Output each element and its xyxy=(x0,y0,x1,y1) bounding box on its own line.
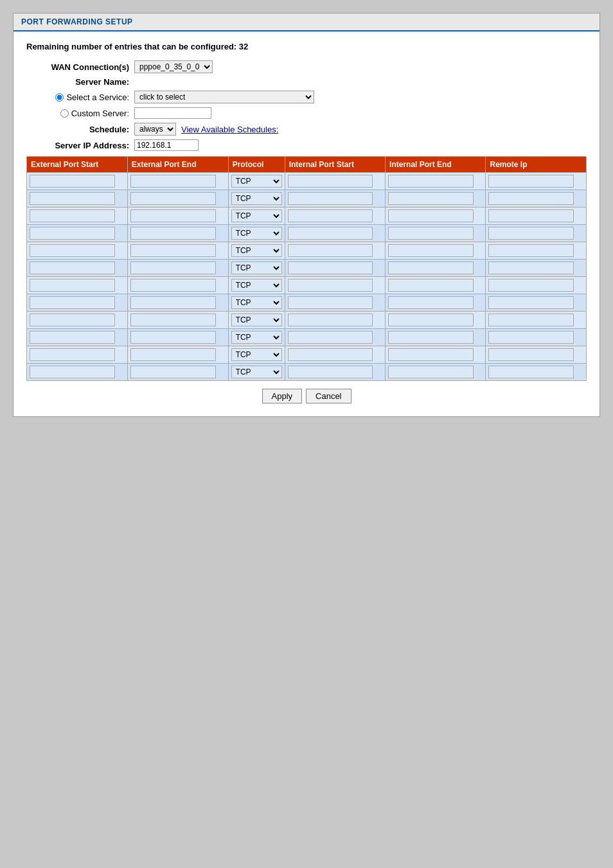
remote-ip-input[interactable] xyxy=(488,331,574,344)
custom-server-row: Custom Server: xyxy=(26,107,587,119)
external-port-start-input[interactable] xyxy=(30,279,115,292)
schedule-label: Schedule: xyxy=(26,125,129,134)
remote-ip-cell xyxy=(486,208,587,225)
apply-button[interactable]: Apply xyxy=(262,389,303,403)
internal-port-start-input[interactable] xyxy=(288,279,373,292)
protocol-cell: TCPUDPTCP/UDP xyxy=(228,294,285,312)
remote-ip-input[interactable] xyxy=(488,296,574,309)
internal-port-start-input[interactable] xyxy=(288,244,373,257)
remote-ip-input[interactable] xyxy=(488,209,574,222)
external-port-end-input[interactable] xyxy=(130,244,216,257)
custom-server-radio[interactable] xyxy=(60,109,69,118)
table-row: TCPUDPTCP/UDP xyxy=(27,294,587,312)
external-port-end-input[interactable] xyxy=(130,192,216,205)
internal-port-end-input[interactable] xyxy=(388,366,474,378)
external-port-end-input[interactable] xyxy=(130,209,216,222)
protocol-select[interactable]: TCPUDPTCP/UDP xyxy=(231,227,282,240)
external-port-start-input[interactable] xyxy=(30,209,115,222)
remote-ip-input[interactable] xyxy=(488,366,574,378)
external-port-start-input[interactable] xyxy=(30,192,115,205)
internal-port-end-input[interactable] xyxy=(388,227,474,240)
protocol-select[interactable]: TCPUDPTCP/UDP xyxy=(231,261,282,274)
internal-port-end-input[interactable] xyxy=(388,192,474,205)
external-port-start-input[interactable] xyxy=(30,175,115,188)
internal-port-start-input[interactable] xyxy=(288,296,373,309)
protocol-select[interactable]: TCPUDPTCP/UDP xyxy=(231,279,282,292)
table-body: TCPUDPTCP/UDPTCPUDPTCP/UDPTCPUDPTCP/UDPT… xyxy=(27,173,587,381)
external-port-end-input[interactable] xyxy=(130,279,216,292)
protocol-select[interactable]: TCPUDPTCP/UDP xyxy=(231,209,282,222)
external-port-end-input[interactable] xyxy=(130,348,216,361)
internal-port-end-input[interactable] xyxy=(388,296,474,309)
protocol-cell: TCPUDPTCP/UDP xyxy=(228,173,285,190)
external-port-end-input[interactable] xyxy=(130,175,216,188)
protocol-select[interactable]: TCPUDPTCP/UDP xyxy=(231,175,282,188)
external-port-end-cell xyxy=(127,364,228,381)
internal-port-start-cell xyxy=(285,190,385,208)
external-port-end-cell xyxy=(127,190,228,208)
custom-server-input[interactable] xyxy=(134,107,211,119)
external-port-end-input[interactable] xyxy=(130,227,216,240)
internal-port-start-input[interactable] xyxy=(288,227,373,240)
internal-port-start-input[interactable] xyxy=(288,175,373,188)
protocol-cell: TCPUDPTCP/UDP xyxy=(228,242,285,260)
external-port-start-input[interactable] xyxy=(30,296,115,309)
server-ip-input[interactable] xyxy=(134,139,199,151)
select-service-radio[interactable] xyxy=(55,93,64,102)
protocol-cell: TCPUDPTCP/UDP xyxy=(228,312,285,329)
external-port-end-input[interactable] xyxy=(130,331,216,344)
internal-port-start-input[interactable] xyxy=(288,348,373,361)
external-port-end-input[interactable] xyxy=(130,314,216,326)
schedule-select[interactable]: always never xyxy=(134,123,176,136)
internal-port-start-cell xyxy=(285,173,385,190)
external-port-start-input[interactable] xyxy=(30,261,115,274)
service-select[interactable]: click to select xyxy=(134,91,314,103)
protocol-select[interactable]: TCPUDPTCP/UDP xyxy=(231,348,282,361)
external-port-start-input[interactable] xyxy=(30,314,115,326)
protocol-select[interactable]: TCPUDPTCP/UDP xyxy=(231,192,282,205)
internal-port-end-cell xyxy=(386,294,486,312)
remote-ip-input[interactable] xyxy=(488,279,574,292)
internal-port-start-input[interactable] xyxy=(288,366,373,378)
protocol-select[interactable]: TCPUDPTCP/UDP xyxy=(231,366,282,378)
remote-ip-input[interactable] xyxy=(488,314,574,326)
internal-port-end-input[interactable] xyxy=(388,314,474,326)
external-port-start-input[interactable] xyxy=(30,366,115,378)
remote-ip-input[interactable] xyxy=(488,175,574,188)
external-port-start-input[interactable] xyxy=(30,244,115,257)
protocol-select[interactable]: TCPUDPTCP/UDP xyxy=(231,331,282,344)
internal-port-end-input[interactable] xyxy=(388,209,474,222)
internal-port-start-cell xyxy=(285,294,385,312)
internal-port-end-input[interactable] xyxy=(388,279,474,292)
wan-connection-select[interactable]: pppoe_0_35_0_0 xyxy=(134,60,213,73)
view-schedules-link[interactable]: View Available Schedules: xyxy=(181,125,278,134)
remote-ip-cell xyxy=(486,364,587,381)
external-port-start-input[interactable] xyxy=(30,227,115,240)
internal-port-end-input[interactable] xyxy=(388,331,474,344)
internal-port-end-input[interactable] xyxy=(388,244,474,257)
external-port-end-input[interactable] xyxy=(130,296,216,309)
custom-server-label: Custom Server: xyxy=(71,109,129,118)
protocol-select[interactable]: TCPUDPTCP/UDP xyxy=(231,296,282,309)
port-table: External Port Start External Port End Pr… xyxy=(26,156,587,381)
external-port-start-input[interactable] xyxy=(30,348,115,361)
internal-port-start-input[interactable] xyxy=(288,314,373,326)
remote-ip-input[interactable] xyxy=(488,192,574,205)
external-port-end-input[interactable] xyxy=(130,366,216,378)
internal-port-end-input[interactable] xyxy=(388,348,474,361)
internal-port-end-input[interactable] xyxy=(388,175,474,188)
protocol-select[interactable]: TCPUDPTCP/UDP xyxy=(231,314,282,326)
remote-ip-input[interactable] xyxy=(488,261,574,274)
internal-port-end-input[interactable] xyxy=(388,261,474,274)
external-port-end-input[interactable] xyxy=(130,261,216,274)
protocol-select[interactable]: TCPUDPTCP/UDP xyxy=(231,244,282,257)
internal-port-start-input[interactable] xyxy=(288,331,373,344)
internal-port-start-input[interactable] xyxy=(288,209,373,222)
external-port-start-input[interactable] xyxy=(30,331,115,344)
internal-port-start-input[interactable] xyxy=(288,261,373,274)
internal-port-start-input[interactable] xyxy=(288,192,373,205)
cancel-button[interactable]: Cancel xyxy=(306,389,351,403)
remote-ip-input[interactable] xyxy=(488,227,574,240)
remote-ip-input[interactable] xyxy=(488,348,574,361)
remote-ip-input[interactable] xyxy=(488,244,574,257)
